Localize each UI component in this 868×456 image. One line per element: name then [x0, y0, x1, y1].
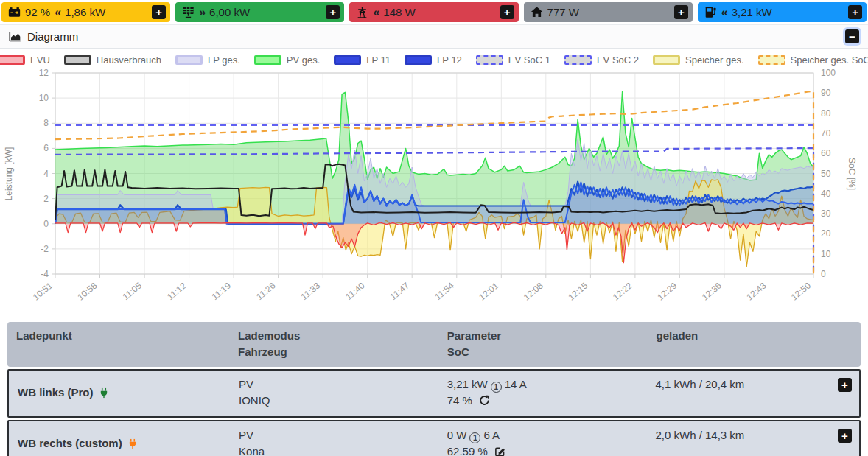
openwb-dashboard: { "header": { "badges": [ {"label":"92 %… — [0, 0, 868, 456]
svg-text:12:08: 12:08 — [522, 280, 545, 302]
legend-label: Speicher ges. SoC — [791, 55, 868, 66]
legend-swatch — [254, 55, 281, 65]
row-expand-button[interactable]: + — [838, 429, 852, 443]
plug-connected-icon — [99, 387, 109, 399]
svg-text:50: 50 — [821, 169, 831, 179]
svg-text:12:43: 12:43 — [744, 280, 768, 302]
charged-value: 4,1 kWh / 20,4 km — [655, 376, 744, 393]
vehicle-name: IONIQ — [239, 393, 438, 410]
legend-swatch — [653, 55, 680, 65]
area-chart-icon — [9, 30, 21, 43]
legend-label: EV SoC 1 — [508, 55, 550, 66]
chargepoint-name: WB links (Pro) — [9, 375, 230, 411]
svg-text:12:22: 12:22 — [611, 280, 634, 302]
soc-line: 62.59 % — [447, 443, 647, 456]
svg-text:12: 12 — [39, 68, 49, 78]
legend-swatch — [64, 55, 91, 65]
chargepoint-table: Ladepunkt LademodusFahrzeug ParameterSoC… — [7, 322, 861, 456]
legend-item[interactable]: PV ges. — [254, 55, 321, 66]
legend-swatch — [476, 55, 503, 65]
svg-text:11:05: 11:05 — [121, 280, 144, 302]
legend-item[interactable]: Speicher ges. SoC — [758, 55, 868, 66]
svg-text:10: 10 — [39, 93, 49, 103]
legend-label: Hausverbrauch — [97, 55, 161, 66]
legend-swatch — [564, 55, 592, 65]
status-badge-bar: 92 % « 1,86 kW + » 6,00 kW + « 148 W + 7… — [0, 0, 868, 24]
legend-swatch — [405, 55, 432, 65]
legend-item[interactable]: Hausverbrauch — [64, 55, 161, 66]
svg-text:0: 0 — [43, 219, 49, 229]
svg-text:12:36: 12:36 — [700, 280, 724, 302]
svg-text:0: 0 — [821, 269, 826, 279]
chargepoint-power-value: 3,21 kW — [732, 6, 772, 18]
battery-soc-value: 92 % — [25, 6, 50, 18]
legend-label: EV SoC 2 — [597, 55, 639, 66]
legend-item[interactable]: EV SoC 1 — [476, 55, 550, 66]
pv-expand-button[interactable]: + — [326, 5, 340, 19]
svg-text:12:29: 12:29 — [655, 280, 679, 302]
soc-edit-icon[interactable] — [494, 446, 505, 456]
svg-text:90: 90 — [821, 88, 831, 98]
chart-legend: EVUHausverbrauchLP ges.PV ges.LP 11LP 12… — [0, 49, 868, 67]
charged-cell: 2,0 kWh / 14,3 km + — [646, 426, 859, 456]
legend-item[interactable]: EVU — [0, 55, 50, 66]
battery-expand-button[interactable]: + — [152, 5, 166, 19]
col-ladepunkt-header: Ladepunkt — [7, 327, 229, 361]
svg-text:11:47: 11:47 — [388, 280, 412, 302]
legend-item[interactable]: Speicher ges. — [653, 55, 744, 66]
svg-text:20: 20 — [821, 228, 831, 239]
legend-item[interactable]: LP 12 — [405, 55, 462, 66]
svg-text:12:50: 12:50 — [789, 280, 813, 302]
plug-connected-icon — [127, 438, 138, 449]
parameter-soc-cell: 0 W16 A 62.59 % — [438, 426, 647, 456]
transmission-tower-icon — [356, 6, 368, 18]
svg-text:11:54: 11:54 — [433, 280, 456, 302]
vehicle-name: Kona — [239, 443, 438, 456]
parameter-line: 3,21 kW114 A — [447, 376, 647, 393]
table-header-row: Ladepunkt LademodusFahrzeug ParameterSoC… — [7, 322, 861, 367]
svg-text:11:12: 11:12 — [165, 280, 189, 302]
svg-text:80: 80 — [821, 108, 831, 119]
grid-status-badge: « 148 W + — [349, 2, 518, 22]
svg-text:70: 70 — [821, 128, 831, 138]
charge-mode: PV — [239, 427, 438, 444]
charged-cell: 4,1 kWh / 20,4 km + — [646, 375, 859, 411]
svg-text:2: 2 — [43, 194, 49, 204]
col-parameter-header: ParameterSoC — [438, 327, 648, 361]
svg-text:11:33: 11:33 — [299, 280, 323, 302]
svg-text:11:40: 11:40 — [343, 280, 367, 302]
svg-text:12:15: 12:15 — [566, 280, 589, 302]
diagram-card: Diagramm − EVUHausverbrauchLP ges.PV ges… — [0, 24, 868, 316]
legend-item[interactable]: EV SoC 2 — [564, 55, 639, 66]
svg-text:8: 8 — [43, 118, 49, 128]
legend-swatch — [334, 55, 361, 65]
diagram-collapse-button[interactable]: − — [845, 29, 859, 43]
legend-label: EVU — [30, 55, 50, 66]
legend-swatch — [758, 55, 785, 65]
svg-text:Leistung [kW]: Leistung [kW] — [4, 147, 14, 201]
pv-status-badge: » 6,00 kW + — [175, 2, 344, 22]
row-expand-button[interactable]: + — [838, 378, 852, 392]
diagram-title: Diagramm — [27, 30, 78, 43]
grid-expand-button[interactable]: + — [500, 5, 514, 19]
flow-direction-arrow: « — [55, 6, 60, 19]
legend-swatch — [175, 55, 203, 65]
svg-text:30: 30 — [821, 208, 831, 219]
table-row: WB rechts (custom) PV Kona 0 W16 A 62.59… — [7, 420, 861, 456]
flow-direction-arrow: » — [199, 6, 205, 19]
legend-item[interactable]: LP 11 — [334, 55, 391, 66]
svg-text:40: 40 — [821, 189, 831, 199]
svg-text:-2: -2 — [41, 244, 49, 254]
battery-power-value: 1,86 kW — [65, 6, 105, 18]
flow-direction-arrow: « — [373, 6, 379, 19]
chargepoint-expand-button[interactable]: + — [848, 5, 862, 19]
svg-text:4: 4 — [43, 169, 49, 179]
phase-count-icon: 1 — [469, 432, 480, 443]
table-row: WB links (Pro) PV IONIQ 3,21 kW114 A 74 … — [7, 369, 861, 418]
house-expand-button[interactable]: + — [674, 5, 688, 19]
legend-item[interactable]: LP ges. — [175, 55, 240, 66]
svg-text:11:26: 11:26 — [254, 280, 278, 302]
legend-label: PV ges. — [287, 55, 321, 66]
soc-refresh-icon[interactable] — [479, 395, 490, 406]
svg-text:SoC [%]: SoC [%] — [847, 158, 857, 190]
